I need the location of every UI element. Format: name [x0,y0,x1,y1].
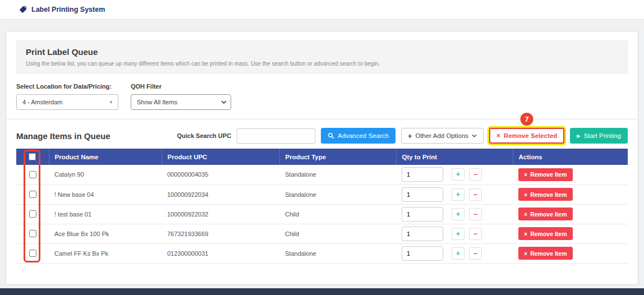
tag-icon [19,6,27,13]
start-printing-label: Start Printing [584,132,621,139]
qty-decrease-button[interactable]: − [469,247,482,260]
play-icon: ▶ [577,133,580,139]
qty-input[interactable] [402,187,443,202]
product-upc-cell: 100000922034 [162,185,279,204]
qty-input[interactable] [402,227,443,241]
product-upc-cell: 000000004035 [162,165,279,185]
row-checkbox-cell [16,224,49,243]
location-filter-label: Select Location for Data/Pricing: [16,83,118,90]
qoh-filter-select[interactable]: Show All Items [131,94,231,110]
qty-cell: + − [396,165,513,185]
advanced-search-label: Advanced Search [338,132,389,139]
header-product-type: Product Type [279,149,396,165]
select-all-checkbox[interactable] [29,153,36,160]
toolbar-actions: Quick Search UPC Advanced Search + Other… [177,128,628,144]
remove-item-button[interactable]: × Remove Item [518,168,573,181]
remove-item-label: Remove Item [530,191,567,198]
location-filter: Select Location for Data/Pricing: 4 - Am… [16,83,118,110]
product-type-cell: Standalone [279,185,396,204]
table-row: Camel FF Ks Bx Pk 012300000031 Standalon… [16,243,628,263]
main-panel: Print Label Queue Using the below list, … [6,31,638,285]
queue-toolbar: Manage Items in Queue Quick Search UPC A… [16,128,628,144]
row-checkbox[interactable] [29,250,36,257]
qoh-select-wrap: Show All Items [131,94,231,110]
filters-row: Select Location for Data/Pricing: 4 - Am… [16,83,628,110]
product-type-cell: Child [279,204,396,224]
row-checkbox[interactable] [29,210,36,218]
row-checkbox[interactable] [29,171,36,178]
search-icon [328,132,334,139]
qty-decrease-button[interactable]: − [469,228,482,240]
footer-bar [0,288,644,295]
row-checkbox-cell [16,243,49,263]
section-divider [6,119,638,119]
x-icon: × [524,250,527,257]
annotation-step-badge: 7 [521,113,533,126]
product-name-cell: ! New base 04 [49,185,162,204]
qty-input[interactable] [402,207,443,222]
header-checkbox-cell [16,149,49,165]
header-product-name: Product Name [49,149,162,165]
header-actions: Actions [513,149,628,165]
plus-icon: + [408,132,412,140]
qty-input[interactable] [402,246,443,261]
row-checkbox-cell [16,185,49,204]
quick-search-input[interactable] [237,128,315,144]
qty-cell: + − [396,243,513,263]
chevron-down-icon [472,134,477,137]
queue-table: Product Name Product UPC Product Type Qt… [16,149,628,264]
remove-selected-annotation: 7 × Remove Selected [489,128,564,144]
queue-table-wrap: Product Name Product UPC Product Type Qt… [16,149,628,264]
other-add-options-label: Other Add Options [415,132,468,139]
remove-item-button[interactable]: × Remove Item [518,227,573,240]
qoh-filter-label: QOH Filter [131,83,231,90]
qty-increase-button[interactable]: + [452,188,464,201]
qty-input[interactable] [402,167,443,182]
product-name-cell: Camel FF Ks Bx Pk [49,243,162,263]
section-title: Manage Items in Queue [16,131,111,141]
row-checkbox[interactable] [29,230,36,237]
table-row: Catalyn 90 000000004035 Standalone + − ×… [16,165,628,185]
location-select[interactable]: 4 - Amsterdam [16,94,118,110]
row-checkbox[interactable] [29,191,36,198]
qty-decrease-button[interactable]: − [469,168,482,181]
table-row: Ace Blue Bx 100 Pk 767321933669 Child + … [16,224,628,243]
qty-increase-button[interactable]: + [452,228,464,240]
actions-cell: × Remove Item [513,243,628,263]
row-checkbox-cell [16,204,49,224]
other-add-options-button[interactable]: + Other Add Options [401,128,484,144]
actions-cell: × Remove Item [513,204,628,224]
x-icon: × [524,191,527,198]
qty-increase-button[interactable]: + [452,247,464,260]
actions-cell: × Remove Item [513,224,628,243]
qty-increase-button[interactable]: + [452,208,464,220]
x-icon: × [524,211,527,218]
location-select-wrap: 4 - Amsterdam ▼ [16,94,118,110]
qoh-filter: QOH Filter Show All Items [131,83,231,110]
x-icon: × [524,171,527,178]
intro-box: Print Label Queue Using the below list, … [16,40,628,74]
qty-increase-button[interactable]: + [452,168,464,181]
remove-item-button[interactable]: × Remove Item [518,208,573,220]
product-type-cell: Standalone [279,165,396,185]
qty-cell: + − [396,224,513,243]
remove-item-button[interactable]: × Remove Item [518,188,573,201]
product-name-cell: ! test base 01 [49,204,162,224]
qty-decrease-button[interactable]: − [469,188,482,201]
queue-table-body: Catalyn 90 000000004035 Standalone + − ×… [16,165,628,263]
remove-item-label: Remove Item [530,211,567,218]
product-type-cell: Standalone [279,243,396,263]
quick-search-label: Quick Search UPC [177,132,231,139]
remove-selected-button[interactable]: × Remove Selected [489,128,564,144]
start-printing-button[interactable]: ▶ Start Printing [570,128,628,144]
app-title: Label Printing System [31,6,105,13]
table-row: ! test base 01 100000922032 Child + − × … [16,204,628,224]
remove-item-button[interactable]: × Remove Item [518,247,573,260]
actions-cell: × Remove Item [513,185,628,204]
qty-decrease-button[interactable]: − [469,208,482,220]
x-icon: × [524,231,527,237]
table-header-row: Product Name Product UPC Product Type Qt… [16,149,628,165]
x-icon: × [496,132,500,140]
advanced-search-button[interactable]: Advanced Search [321,128,395,144]
table-row: ! New base 04 100000922034 Standalone + … [16,185,628,204]
